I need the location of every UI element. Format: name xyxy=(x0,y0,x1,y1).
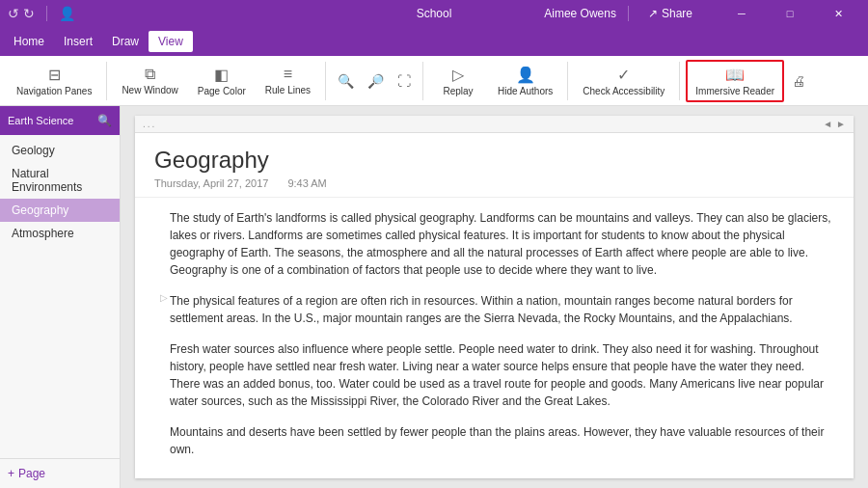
app-body: Earth Science 🔍 Geology Natural Environm… xyxy=(0,106,868,488)
undo-button[interactable]: ↺ xyxy=(8,6,19,21)
nav-right-icon[interactable]: ► xyxy=(836,119,846,129)
title-bar: ↺ ↻ 👤 School Aimee Owens ↗ Share ─ □ ✕ xyxy=(0,0,868,27)
ribbon-zoom-in[interactable]: 🔍 xyxy=(332,69,360,93)
sidebar-items: Geology Natural Environments Geography A… xyxy=(0,135,120,458)
add-page-button[interactable]: + Page xyxy=(8,467,112,480)
page-nav-arrows[interactable]: ◄ ► xyxy=(823,119,846,129)
sidebar-item-geology[interactable]: Geology xyxy=(0,139,120,162)
user-area: Aimee Owens xyxy=(544,7,616,20)
menu-view[interactable]: View xyxy=(149,31,193,52)
paragraph-wrapper-1: The study of Earth's landforms is called… xyxy=(154,209,834,279)
fit-page-icon: ⛶ xyxy=(397,73,411,89)
ribbon-check-accessibility[interactable]: ✓ Check Accessibility xyxy=(574,61,673,101)
ribbon-rule-lines-label: Rule Lines xyxy=(265,85,311,95)
ribbon-zoom-out[interactable]: 🔎 xyxy=(362,69,390,93)
sidebar-footer: + Page xyxy=(0,458,120,488)
menu-draw[interactable]: Draw xyxy=(102,31,149,52)
navigation-panes-icon: ⊟ xyxy=(48,66,61,84)
paragraph-2: The physical features of a region are of… xyxy=(170,292,834,327)
ribbon-replay-label: Replay xyxy=(443,86,473,96)
ribbon-sep-5 xyxy=(679,62,680,100)
page-color-icon: ◧ xyxy=(214,66,229,84)
sidebar-item-geography[interactable]: Geography xyxy=(0,199,120,222)
page-header: Geography Thursday, April 27, 2017 9:43 … xyxy=(135,133,854,198)
redo-button[interactable]: ↻ xyxy=(23,6,35,21)
paragraph-wrapper-3: Fresh water sources also influence where… xyxy=(154,340,834,410)
immersive-reader-icon: 📖 xyxy=(725,66,745,84)
user-icon[interactable]: 👤 xyxy=(59,6,75,21)
maximize-button[interactable]: □ xyxy=(768,0,812,27)
window-controls: ─ □ ✕ xyxy=(719,0,860,27)
ribbon-print[interactable]: 🖨 xyxy=(786,69,811,93)
minimize-button[interactable]: ─ xyxy=(719,0,764,27)
ribbon-hide-authors[interactable]: 👤 Hide Authors xyxy=(489,61,561,101)
zoom-in-icon: 🔍 xyxy=(338,73,354,89)
sidebar-search-icon[interactable]: 🔍 xyxy=(97,114,112,127)
page-top-bar: ... ◄ ► xyxy=(135,116,854,133)
hide-authors-icon: 👤 xyxy=(516,66,535,84)
print-icon: 🖨 xyxy=(792,73,805,89)
ribbon-new-window[interactable]: ⧉ New Window xyxy=(113,61,186,100)
nav-left-icon[interactable]: ◄ xyxy=(823,119,832,129)
paragraph-marker-2: ▷ xyxy=(160,292,168,303)
ribbon-navigation-panes-label: Navigation Panes xyxy=(16,86,92,96)
sidebar-item-natural-environments[interactable]: Natural Environments xyxy=(0,162,120,199)
share-icon: ↗ xyxy=(648,7,658,20)
replay-icon: ▷ xyxy=(452,66,464,84)
new-window-icon: ⧉ xyxy=(145,66,155,83)
page-title: Geography xyxy=(154,147,834,174)
share-label: Share xyxy=(662,7,692,20)
share-button[interactable]: ↗ Share xyxy=(640,5,700,22)
ribbon-sep-3 xyxy=(422,62,423,100)
page-time: 9:43 AM xyxy=(287,177,326,189)
ribbon-hide-authors-label: Hide Authors xyxy=(498,86,553,96)
ribbon-page-color[interactable]: ◧ Page Color xyxy=(189,61,255,101)
zoom-out-icon: 🔎 xyxy=(367,73,384,89)
ribbon-immersive-reader-label: Immersive Reader xyxy=(695,86,774,96)
title-bar-right: Aimee Owens ↗ Share ─ □ ✕ xyxy=(544,0,860,27)
menu-home[interactable]: Home xyxy=(4,31,54,52)
menu-insert[interactable]: Insert xyxy=(54,31,102,52)
check-accessibility-icon: ✓ xyxy=(617,66,630,84)
sidebar: Earth Science 🔍 Geology Natural Environm… xyxy=(0,106,121,488)
sidebar-header: Earth Science 🔍 xyxy=(0,106,120,135)
page-meta: Thursday, April 27, 2017 9:43 AM xyxy=(154,177,834,189)
main-content: ... ◄ ► Geography Thursday, April 27, 20… xyxy=(121,106,868,488)
page-dots: ... xyxy=(143,119,156,129)
ribbon-fit-page[interactable]: ⛶ xyxy=(392,69,417,93)
ribbon-new-window-label: New Window xyxy=(122,85,177,95)
add-page-icon: + xyxy=(8,467,14,480)
paragraph-4: Mountains and deserts have been settled … xyxy=(170,423,834,458)
user-name: Aimee Owens xyxy=(544,7,616,20)
paragraph-1: The study of Earth's landforms is called… xyxy=(170,209,834,279)
sidebar-item-atmosphere[interactable]: Atmosphere xyxy=(0,222,120,245)
menu-bar: Home Insert Draw View xyxy=(0,27,868,56)
sidebar-header-text: Earth Science xyxy=(8,115,92,126)
ribbon-replay[interactable]: ▷ Replay xyxy=(429,61,487,101)
ribbon-page-color-label: Page Color xyxy=(198,86,246,96)
undo-redo-group: ↺ ↻ xyxy=(8,6,35,21)
paragraph-wrapper-4: Mountains and deserts have been settled … xyxy=(154,423,834,458)
ribbon-sep-4 xyxy=(567,62,568,100)
ribbon: ⊟ Navigation Panes ⧉ New Window ◧ Page C… xyxy=(0,56,868,106)
rule-lines-icon: ≡ xyxy=(284,66,292,83)
page-date: Thursday, April 27, 2017 xyxy=(154,177,268,189)
add-page-label: Page xyxy=(18,467,45,480)
paragraph-3: Fresh water sources also influence where… xyxy=(170,340,834,410)
page-area: ... ◄ ► Geography Thursday, April 27, 20… xyxy=(135,116,854,478)
app-title: School xyxy=(417,7,452,20)
paragraph-wrapper-2: ▷ The physical features of a region are … xyxy=(154,292,834,327)
close-button[interactable]: ✕ xyxy=(816,0,860,27)
ribbon-immersive-reader[interactable]: 📖 Immersive Reader xyxy=(686,60,784,102)
ribbon-rule-lines[interactable]: ≡ Rule Lines xyxy=(257,61,319,100)
ribbon-sep-2 xyxy=(325,62,326,100)
ribbon-navigation-panes[interactable]: ⊟ Navigation Panes xyxy=(8,61,100,101)
ribbon-check-accessibility-label: Check Accessibility xyxy=(583,86,665,96)
ribbon-sep-1 xyxy=(106,62,107,100)
page-content: The study of Earth's landforms is called… xyxy=(135,198,854,478)
